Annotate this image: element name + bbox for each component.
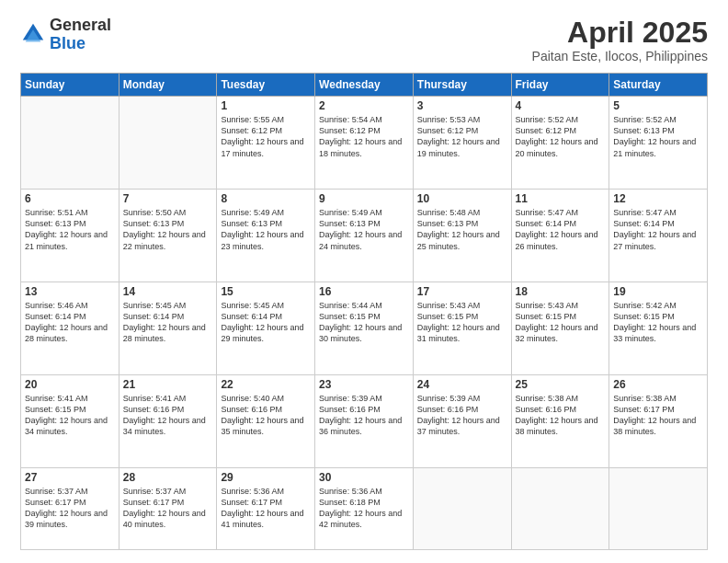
day-number: 9 (319, 192, 409, 205)
table-row: 8Sunrise: 5:49 AMSunset: 6:13 PMDaylight… (217, 190, 315, 282)
table-row: 9Sunrise: 5:49 AMSunset: 6:13 PMDaylight… (315, 190, 414, 282)
day-number: 20 (25, 378, 115, 391)
day-info: Sunrise: 5:49 AMSunset: 6:13 PMDaylight:… (319, 207, 409, 252)
col-friday: Friday (511, 74, 609, 97)
table-row: 3Sunrise: 5:53 AMSunset: 6:12 PMDaylight… (413, 97, 511, 190)
day-number: 14 (123, 285, 213, 298)
table-row: 26Sunrise: 5:38 AMSunset: 6:17 PMDayligh… (609, 375, 708, 468)
day-info: Sunrise: 5:54 AMSunset: 6:12 PMDaylight:… (319, 114, 409, 159)
table-row: 21Sunrise: 5:41 AMSunset: 6:16 PMDayligh… (119, 375, 217, 468)
table-row: 19Sunrise: 5:42 AMSunset: 6:15 PMDayligh… (609, 282, 708, 375)
day-info: Sunrise: 5:37 AMSunset: 6:17 PMDaylight:… (25, 486, 115, 531)
day-info: Sunrise: 5:48 AMSunset: 6:13 PMDaylight:… (417, 207, 507, 252)
col-monday: Monday (119, 74, 217, 97)
day-info: Sunrise: 5:45 AMSunset: 6:14 PMDaylight:… (221, 300, 311, 345)
table-row: 7Sunrise: 5:50 AMSunset: 6:13 PMDaylight… (119, 190, 217, 282)
table-row: 30Sunrise: 5:36 AMSunset: 6:18 PMDayligh… (315, 467, 414, 549)
table-row: 5Sunrise: 5:52 AMSunset: 6:13 PMDaylight… (609, 97, 708, 190)
day-number: 8 (221, 192, 311, 205)
logo-icon (20, 21, 46, 47)
table-row: 23Sunrise: 5:39 AMSunset: 6:16 PMDayligh… (315, 375, 414, 468)
day-number: 2 (319, 99, 409, 112)
day-number: 30 (319, 471, 409, 484)
day-info: Sunrise: 5:45 AMSunset: 6:14 PMDaylight:… (123, 300, 213, 345)
day-number: 6 (25, 192, 115, 205)
day-info: Sunrise: 5:39 AMSunset: 6:16 PMDaylight:… (417, 393, 507, 438)
day-number: 17 (417, 285, 507, 298)
day-info: Sunrise: 5:40 AMSunset: 6:16 PMDaylight:… (221, 393, 311, 438)
day-info: Sunrise: 5:38 AMSunset: 6:17 PMDaylight:… (613, 393, 703, 438)
title-block: April 2025 Paitan Este, Ilocos, Philippi… (532, 17, 708, 63)
day-number: 19 (613, 285, 703, 298)
day-info: Sunrise: 5:42 AMSunset: 6:15 PMDaylight:… (613, 300, 703, 345)
day-info: Sunrise: 5:41 AMSunset: 6:15 PMDaylight:… (25, 393, 115, 438)
day-number: 7 (123, 192, 213, 205)
table-row: 29Sunrise: 5:36 AMSunset: 6:17 PMDayligh… (217, 467, 315, 549)
day-number: 5 (613, 99, 703, 112)
day-number: 15 (221, 285, 311, 298)
day-number: 10 (417, 192, 507, 205)
logo-text: General Blue (50, 17, 111, 53)
table-row: 20Sunrise: 5:41 AMSunset: 6:15 PMDayligh… (21, 375, 119, 468)
day-info: Sunrise: 5:37 AMSunset: 6:17 PMDaylight:… (123, 486, 213, 531)
day-info: Sunrise: 5:55 AMSunset: 6:12 PMDaylight:… (221, 114, 311, 159)
day-number: 29 (221, 471, 311, 484)
day-number: 16 (319, 285, 409, 298)
table-row: 12Sunrise: 5:47 AMSunset: 6:14 PMDayligh… (609, 190, 708, 282)
day-number: 23 (319, 378, 409, 391)
day-number: 22 (221, 378, 311, 391)
logo-blue: Blue (50, 35, 111, 53)
header: General Blue April 2025 Paitan Este, Ilo… (20, 17, 708, 63)
table-row: 14Sunrise: 5:45 AMSunset: 6:14 PMDayligh… (119, 282, 217, 375)
day-info: Sunrise: 5:52 AMSunset: 6:13 PMDaylight:… (613, 114, 703, 159)
table-row: 11Sunrise: 5:47 AMSunset: 6:14 PMDayligh… (511, 190, 609, 282)
table-row: 13Sunrise: 5:46 AMSunset: 6:14 PMDayligh… (21, 282, 119, 375)
day-number: 4 (516, 99, 606, 112)
location-title: Paitan Este, Ilocos, Philippines (532, 49, 708, 63)
day-info: Sunrise: 5:50 AMSunset: 6:13 PMDaylight:… (123, 207, 213, 252)
table-row (119, 97, 217, 190)
day-info: Sunrise: 5:47 AMSunset: 6:14 PMDaylight:… (516, 207, 606, 252)
table-row: 16Sunrise: 5:44 AMSunset: 6:15 PMDayligh… (315, 282, 414, 375)
table-row: 10Sunrise: 5:48 AMSunset: 6:13 PMDayligh… (413, 190, 511, 282)
day-info: Sunrise: 5:36 AMSunset: 6:18 PMDaylight:… (319, 486, 409, 531)
table-row: 4Sunrise: 5:52 AMSunset: 6:12 PMDaylight… (511, 97, 609, 190)
table-row: 24Sunrise: 5:39 AMSunset: 6:16 PMDayligh… (413, 375, 511, 468)
table-row: 18Sunrise: 5:43 AMSunset: 6:15 PMDayligh… (511, 282, 609, 375)
logo-general: General (50, 17, 111, 35)
day-info: Sunrise: 5:52 AMSunset: 6:12 PMDaylight:… (516, 114, 606, 159)
day-number: 18 (516, 285, 606, 298)
table-row (609, 467, 708, 549)
page: General Blue April 2025 Paitan Este, Ilo… (0, 0, 728, 563)
day-info: Sunrise: 5:41 AMSunset: 6:16 PMDaylight:… (123, 393, 213, 438)
table-row: 22Sunrise: 5:40 AMSunset: 6:16 PMDayligh… (217, 375, 315, 468)
day-number: 28 (123, 471, 213, 484)
logo: General Blue (20, 17, 111, 53)
day-number: 24 (417, 378, 507, 391)
day-number: 11 (516, 192, 606, 205)
day-info: Sunrise: 5:53 AMSunset: 6:12 PMDaylight:… (417, 114, 507, 159)
day-info: Sunrise: 5:51 AMSunset: 6:13 PMDaylight:… (25, 207, 115, 252)
table-row: 2Sunrise: 5:54 AMSunset: 6:12 PMDaylight… (315, 97, 414, 190)
day-info: Sunrise: 5:44 AMSunset: 6:15 PMDaylight:… (319, 300, 409, 345)
day-number: 1 (221, 99, 311, 112)
day-number: 27 (25, 471, 115, 484)
day-info: Sunrise: 5:43 AMSunset: 6:15 PMDaylight:… (516, 300, 606, 345)
day-info: Sunrise: 5:43 AMSunset: 6:15 PMDaylight:… (417, 300, 507, 345)
col-wednesday: Wednesday (315, 74, 414, 97)
table-row: 15Sunrise: 5:45 AMSunset: 6:14 PMDayligh… (217, 282, 315, 375)
day-number: 26 (613, 378, 703, 391)
month-title: April 2025 (532, 17, 708, 49)
col-sunday: Sunday (21, 74, 119, 97)
day-info: Sunrise: 5:38 AMSunset: 6:16 PMDaylight:… (516, 393, 606, 438)
day-number: 3 (417, 99, 507, 112)
day-number: 12 (613, 192, 703, 205)
table-row: 27Sunrise: 5:37 AMSunset: 6:17 PMDayligh… (21, 467, 119, 549)
table-row: 17Sunrise: 5:43 AMSunset: 6:15 PMDayligh… (413, 282, 511, 375)
table-row: 28Sunrise: 5:37 AMSunset: 6:17 PMDayligh… (119, 467, 217, 549)
col-tuesday: Tuesday (217, 74, 315, 97)
day-info: Sunrise: 5:47 AMSunset: 6:14 PMDaylight:… (613, 207, 703, 252)
table-row: 6Sunrise: 5:51 AMSunset: 6:13 PMDaylight… (21, 190, 119, 282)
day-number: 21 (123, 378, 213, 391)
table-row (511, 467, 609, 549)
